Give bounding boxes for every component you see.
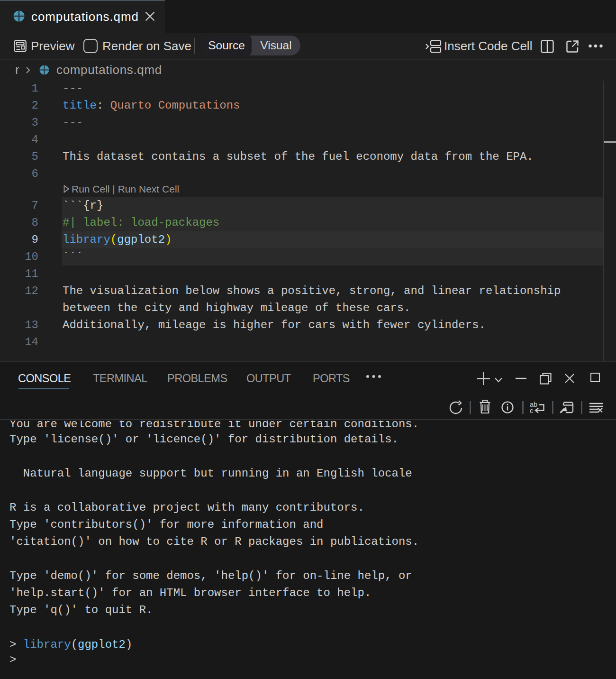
svg-text:c: c bbox=[530, 407, 533, 414]
